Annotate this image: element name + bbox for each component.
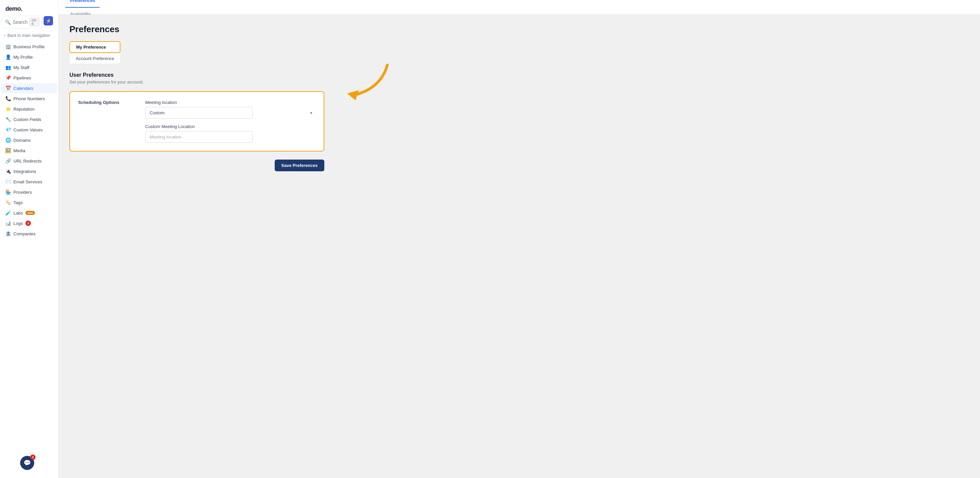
top-tabs-bar: CalendarsPreferencesAvailabilityConnecti… [59,0,980,15]
sidebar-item-url-redirects[interactable]: 🔗 URL Redirects [2,156,57,166]
main-content: CalendarsPreferencesAvailabilityConnecti… [59,0,980,478]
svg-marker-0 [347,90,359,100]
badge-count: 3 [25,221,31,226]
search-shortcut: ctrl K [30,18,39,27]
my-profile-icon: 👤 [5,54,11,60]
section-subtitle: Set your preferences for your account. [69,79,969,84]
sidebar: demo. 🔍 Search ctrl K ⚡ ‹ Back to main n… [0,0,59,478]
sidebar-item-label: Tags [13,200,22,205]
sidebar-item-media[interactable]: 🖼️ Media [2,146,57,156]
sidebar-item-business-profile[interactable]: 🏢 Business Profile [2,41,57,52]
companies-icon: 🏦 [5,231,11,236]
section-title: User Preferences [69,72,969,78]
search-lightning-row: 🔍 Search ctrl K ⚡ [0,16,58,31]
sidebar-item-my-profile[interactable]: 👤 My Profile [2,52,57,62]
sub-tabs: My PreferenceAccount Preference [69,41,969,64]
sub-tab-my-preference[interactable]: My Preference [69,41,120,53]
tags-icon: 🏷️ [5,200,11,205]
back-navigation[interactable]: ‹ Back to main navigation [0,31,58,40]
lightning-icon: ⚡ [46,18,51,24]
select-chevron-icon: ▾ [310,111,312,115]
tab-preferences[interactable]: Preferences [65,0,100,8]
chevron-left-icon: ‹ [4,33,5,38]
sidebar-item-label: Business Profile [13,44,45,49]
sub-tab-account-preference[interactable]: Account Preference [69,53,120,64]
sidebar-item-label: Companies [13,231,35,236]
chat-bubble[interactable]: 💬 3 [20,456,34,470]
media-icon: 🖼️ [5,148,11,153]
sidebar-item-label: Reputation [13,106,35,112]
logs-icon: 📊 [5,221,11,226]
page-title: Preferences [69,24,969,35]
badge-new: new [25,211,35,215]
sidebar-item-logs[interactable]: 📊 Logs 3 [2,218,57,228]
sidebar-item-providers[interactable]: 🏪 Providers [2,187,57,197]
chat-icon: 💬 [24,459,31,467]
domains-icon: 🌐 [5,137,11,143]
sidebar-item-label: Pipelines [13,75,31,81]
sidebar-item-integrations[interactable]: 🔌 Integrations [2,166,57,176]
sidebar-item-pipelines[interactable]: 📌 Pipelines [2,73,57,83]
sidebar-item-label: Domains [13,138,30,143]
sidebar-item-my-staff[interactable]: 👥 My Staff [2,62,57,72]
sidebar-item-custom-values[interactable]: 💎 Custom Values [2,125,57,135]
sidebar-item-calendars[interactable]: 📅 Calendars [2,83,57,93]
sub-tabs-container: My PreferenceAccount Preference [69,41,120,64]
sidebar-item-phone-numbers[interactable]: 📞 Phone Numbers [2,94,57,103]
sidebar-item-labs[interactable]: 🧪 Labs new [2,208,57,218]
sidebar-item-tags[interactable]: 🏷️ Tags [2,197,57,208]
search-bar[interactable]: 🔍 Search ctrl K [2,16,42,29]
custom-meeting-location-input[interactable] [145,131,253,143]
sidebar-item-companies[interactable]: 🏦 Companies [2,229,57,239]
business-profile-icon: 🏢 [5,44,11,49]
sidebar-item-label: Phone Numbers [13,96,45,101]
reputation-icon: ⭐ [5,106,11,112]
pipelines-icon: 📌 [5,75,11,81]
nav-items: 🏢 Business Profile 👤 My Profile 👥 My Sta… [0,41,58,239]
save-button-row: Save Preferences [69,160,324,171]
sidebar-item-label: Calendars [13,86,33,91]
search-icon: 🔍 [5,19,11,25]
custom-values-icon: 💎 [5,127,11,132]
sidebar-item-label: Custom Values [13,127,43,132]
sidebar-item-label: Providers [13,190,32,195]
custom-meeting-location-label: Custom Meeting Location [145,124,316,129]
labs-icon: 🧪 [5,210,11,216]
sidebar-item-label: My Profile [13,55,33,60]
calendars-icon: 📅 [5,86,11,91]
back-nav-label: Back to main navigation [7,33,50,38]
sidebar-item-custom-fields[interactable]: 🔧 Custom Fields [2,114,57,124]
meeting-location-select[interactable]: Custom Zoom Google Meet Phone In Person [145,107,253,119]
integrations-icon: 🔌 [5,168,11,174]
search-label: Search [13,19,27,25]
sidebar-item-label: URL Redirects [13,159,41,164]
chat-badge: 3 [30,454,35,460]
providers-icon: 🏪 [5,189,11,195]
sidebar-item-label: My Staff [13,65,29,70]
sidebar-item-label: Custom Fields [13,117,41,122]
sidebar-item-label: Media [13,148,25,153]
meeting-location-wrapper: Custom Zoom Google Meet Phone In Person … [145,107,316,119]
sidebar-item-label: Email Services [13,179,42,184]
sidebar-item-label: Logs [13,221,23,226]
content-area: Preferences My PreferenceAccount Prefere… [59,15,980,478]
meeting-location-label: Meeting location [145,100,316,105]
lightning-button[interactable]: ⚡ [44,16,53,25]
sidebar-item-label: Labs [13,211,23,216]
my-staff-icon: 👥 [5,65,11,70]
email-services-icon: ✉️ [5,179,11,184]
card-right-content: Meeting location Custom Zoom Google Meet… [145,100,316,143]
sidebar-item-domains[interactable]: 🌐 Domains [2,135,57,145]
save-preferences-button[interactable]: Save Preferences [275,160,324,171]
arrow-annotation [334,62,401,116]
sidebar-item-email-services[interactable]: ✉️ Email Services [2,177,57,187]
scheduling-options-label: Scheduling Options [78,100,132,143]
sidebar-item-reputation[interactable]: ⭐ Reputation [2,104,57,114]
url-redirects-icon: 🔗 [5,158,11,164]
sidebar-item-label: Integrations [13,169,36,174]
phone-numbers-icon: 📞 [5,96,11,101]
custom-fields-icon: 🔧 [5,117,11,122]
preferences-card: Scheduling Options Meeting location Cust… [69,91,324,151]
logo: demo. [0,0,58,16]
